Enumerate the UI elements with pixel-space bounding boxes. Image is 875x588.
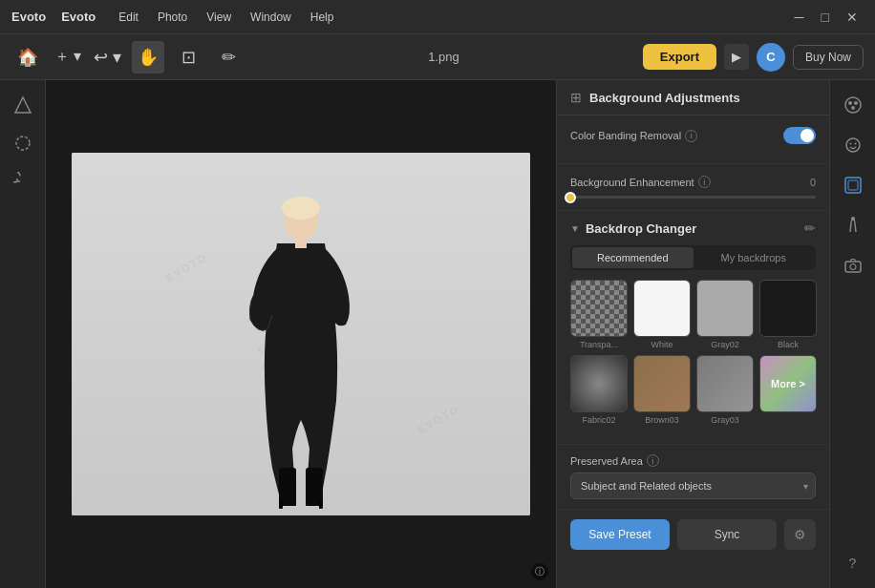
svg-rect-19 <box>845 262 861 272</box>
camera-button[interactable] <box>836 248 870 283</box>
svg-point-10 <box>848 101 852 105</box>
menu-bar: Edit Photo View Window Help <box>111 9 341 26</box>
swatch-brown03[interactable] <box>633 355 691 412</box>
preserved-area-label: Preserved Area i <box>570 454 816 467</box>
svg-point-3 <box>282 197 320 220</box>
background-enhancement-info-icon[interactable]: i <box>698 176 711 188</box>
backdrop-title-row: ▼ Backdrop Changer <box>570 221 696 236</box>
right-panel: ⊞ Background Adjustments Color Banding R… <box>556 80 829 588</box>
swatch-more[interactable]: More > <box>759 355 817 412</box>
swatch-black[interactable] <box>759 280 817 337</box>
color-banding-label: Color Banding Removal i <box>570 130 697 142</box>
svg-point-14 <box>849 143 851 145</box>
close-button[interactable]: ✕ <box>841 8 864 27</box>
svg-point-9 <box>845 97 861 113</box>
swatch-item-gray03[interactable]: Gray03 <box>696 355 754 425</box>
backdrop-collapse-button[interactable]: ▼ <box>570 223 580 234</box>
tab-my-backdrops[interactable]: My backdrops <box>694 247 815 268</box>
menu-window[interactable]: Window <box>243 9 299 26</box>
menu-help[interactable]: Help <box>303 9 342 26</box>
canvas-info-button[interactable]: ⓘ <box>531 563 548 580</box>
backdrop-changer-header: ▼ Backdrop Changer ✏ <box>570 220 816 236</box>
save-preset-button[interactable]: Save Preset <box>570 519 670 550</box>
swatch-label-transparent: Transpa... <box>580 340 618 349</box>
action-buttons: Save Preset Sync ⚙ <box>557 510 829 559</box>
maximize-button[interactable]: □ <box>816 8 835 27</box>
svg-rect-5 <box>306 468 323 506</box>
color-banding-section: Color Banding Removal i <box>557 116 829 164</box>
home-button[interactable]: 🏠 <box>11 41 44 74</box>
color-banding-toggle[interactable] <box>783 127 816 144</box>
swatch-fabric02[interactable] <box>570 355 628 412</box>
menu-view[interactable]: View <box>199 9 239 26</box>
color-banding-info-icon[interactable]: i <box>685 130 697 142</box>
swatch-item-more[interactable]: More > <box>759 355 817 425</box>
swatch-gray02[interactable] <box>696 280 754 337</box>
swatch-item-black[interactable]: Black <box>759 280 817 349</box>
body-retouch-button[interactable] <box>836 208 870 242</box>
swatches-grid: Transpa... White Gray02 Black <box>570 280 816 425</box>
buy-now-button[interactable]: Buy Now <box>793 45 864 70</box>
palette-button[interactable] <box>836 88 870 122</box>
face-retouch-button[interactable] <box>836 128 870 162</box>
backdrop-edit-button[interactable]: ✏ <box>804 220 816 236</box>
svg-point-11 <box>854 101 858 105</box>
canvas-area[interactable]: EVOTO EVOTO EVOTO <box>46 80 556 588</box>
panel-title: Background Adjustments <box>589 91 740 105</box>
history-button[interactable] <box>6 164 40 199</box>
crop-button[interactable]: ⊡ <box>172 41 204 74</box>
export-arrow-button[interactable]: ▶ <box>724 44 749 70</box>
export-button[interactable]: Export <box>643 44 716 70</box>
file-name-text: 1.png <box>428 50 459 64</box>
toolbar: 🏠 ＋ ▾ ↩ ▾ ✋ ⊡ ✏ 1.png Export ▶ C Buy Now <box>0 34 875 80</box>
swatch-item-gray02[interactable]: Gray02 <box>696 280 754 349</box>
minimize-button[interactable]: ─ <box>789 8 810 27</box>
hand-tool-button[interactable]: ✋ <box>132 41 164 74</box>
svg-rect-4 <box>279 468 296 506</box>
swatch-label-white: White <box>651 340 672 349</box>
color-banding-row: Color Banding Removal i <box>570 127 816 144</box>
mask-tool-button[interactable] <box>6 88 40 122</box>
preserved-area-select[interactable]: Subject and Related objects <box>570 472 816 499</box>
svg-rect-8 <box>295 239 307 248</box>
background-button[interactable] <box>836 168 870 202</box>
menu-photo[interactable]: Photo <box>150 9 195 26</box>
svg-point-12 <box>851 106 855 110</box>
tab-recommended[interactable]: Recommended <box>572 247 694 268</box>
svg-rect-6 <box>279 501 283 509</box>
preserved-area-info-icon[interactable]: i <box>647 454 659 467</box>
user-avatar-button[interactable]: C <box>757 43 785 72</box>
help-button[interactable]: ? <box>836 546 870 580</box>
swatch-white[interactable] <box>633 280 691 337</box>
svg-rect-17 <box>848 180 858 190</box>
svg-marker-0 <box>15 97 31 113</box>
right-sidebar: ? <box>829 80 875 588</box>
settings-button[interactable]: ⚙ <box>784 519 816 550</box>
swatch-gray03[interactable] <box>696 355 754 412</box>
svg-point-18 <box>851 217 855 220</box>
background-enhancement-slider[interactable] <box>570 196 816 199</box>
app-logo: Evoto <box>11 10 46 24</box>
brush-button[interactable]: ✏ <box>212 41 245 74</box>
preserved-area-section: Preserved Area i Subject and Related obj… <box>557 445 829 510</box>
backdrop-changer-title: Backdrop Changer <box>586 221 696 236</box>
svg-rect-7 <box>319 501 323 509</box>
sync-button[interactable]: Sync <box>677 519 777 550</box>
undo-button[interactable]: ↩ ▾ <box>92 41 124 74</box>
svg-point-15 <box>854 143 856 145</box>
swatch-item-transparent[interactable]: Transpa... <box>570 280 628 349</box>
swatch-label-gray03: Gray03 <box>711 415 739 425</box>
add-button[interactable]: ＋ ▾ <box>52 41 84 74</box>
menu-edit[interactable]: Edit <box>111 9 146 26</box>
file-name-display: 1.png <box>252 50 635 64</box>
swatch-item-fabric02[interactable]: Fabric02 <box>570 355 628 425</box>
swatch-label-gray02: Gray02 <box>711 340 739 349</box>
swatch-item-brown03[interactable]: Brown03 <box>633 355 691 425</box>
selection-tool-button[interactable] <box>6 126 40 160</box>
background-enhancement-row: Background Enhancement i 0 <box>570 176 816 188</box>
swatch-label-brown03: Brown03 <box>645 415 679 425</box>
swatch-transparent[interactable] <box>570 280 628 337</box>
swatch-item-white[interactable]: White <box>633 280 691 349</box>
background-enhancement-value: 0 <box>810 177 816 188</box>
backdrop-tabs: Recommended My backdrops <box>570 245 816 270</box>
